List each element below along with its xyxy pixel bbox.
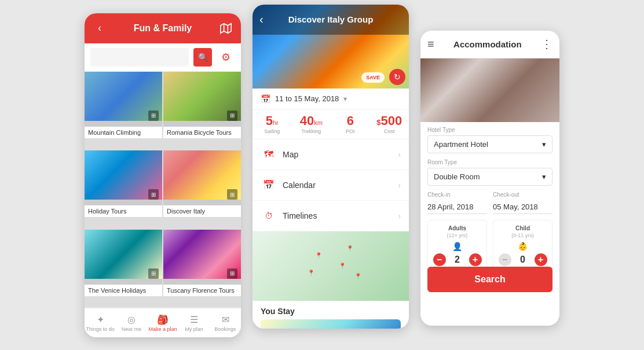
timelines-menu-icon: ⏱ bbox=[261, 208, 277, 224]
hero-image: ‹ Discover Italy Group SAVE ↻ bbox=[253, 5, 409, 89]
bookmark-icon: ⊞ bbox=[227, 189, 237, 200]
chevron-down-icon: ▾ bbox=[542, 140, 546, 149]
bookmark-icon: ⊞ bbox=[227, 268, 237, 279]
child-increment-button[interactable]: + bbox=[535, 253, 547, 266]
stat-num: $500 bbox=[370, 115, 409, 127]
nav-label: Things to do bbox=[86, 326, 115, 332]
item-label: Romania Bicycle Tours bbox=[163, 127, 241, 138]
stat-trekking: 40km Trekking bbox=[292, 115, 331, 134]
nearme-icon: ◎ bbox=[127, 314, 136, 325]
stat-num: 40km bbox=[292, 115, 331, 127]
search-input[interactable] bbox=[90, 48, 189, 67]
stat-sailing: 5hr Sailing bbox=[253, 115, 292, 134]
stat-num: 5hr bbox=[253, 115, 292, 127]
adults-label: Adults bbox=[448, 225, 466, 231]
nav-label: Bookings bbox=[214, 326, 236, 332]
screen1-title: Fun & Family bbox=[108, 23, 218, 34]
map-button[interactable] bbox=[218, 20, 234, 36]
child-counter: Child (0-11 yrs) 👶 − 0 + bbox=[493, 220, 552, 271]
date-row: 📅 11 to 15 May, 2018 ▾ bbox=[253, 89, 409, 110]
save-button[interactable]: SAVE bbox=[361, 72, 385, 83]
back-button[interactable]: ‹ bbox=[259, 13, 264, 26]
menu-item-map[interactable]: 🗺 Map › bbox=[253, 139, 409, 170]
myplan-icon: ☰ bbox=[190, 314, 198, 325]
search-icon[interactable]: 🔍 bbox=[193, 48, 212, 67]
map-pin: 📍 bbox=[308, 270, 314, 276]
things-icon: ✦ bbox=[97, 314, 104, 325]
bookmark-icon: ⊞ bbox=[148, 268, 159, 279]
list-item[interactable]: ⊞ Tuscany Florence Tours bbox=[163, 230, 241, 296]
search-button[interactable]: Search bbox=[427, 267, 552, 292]
chevron-right-icon: › bbox=[398, 180, 401, 190]
map-pin: 📍 bbox=[339, 263, 346, 269]
date-text: 11 to 15 May, 2018 bbox=[275, 94, 339, 103]
date-arrow[interactable]: ▾ bbox=[343, 95, 347, 103]
list-item[interactable]: ⊞ Mountain Climbing bbox=[85, 72, 162, 138]
stat-label: Sailing bbox=[253, 128, 292, 134]
item-label: Holiday Tours bbox=[85, 205, 162, 217]
menu-label: Map bbox=[283, 150, 398, 159]
checkin-label: Check-in bbox=[427, 191, 487, 198]
room-type-value: Double Room bbox=[434, 172, 480, 181]
bookmark-icon: ⊞ bbox=[148, 189, 159, 200]
nav-things-to-do[interactable]: ✦ Things to do bbox=[85, 314, 116, 332]
counter-section: Adults (12+ yrs) 👤 − 2 + Child (0-11 yrs… bbox=[427, 220, 552, 271]
adults-decrement-button[interactable]: − bbox=[433, 253, 446, 266]
child-decrement-button[interactable]: − bbox=[499, 253, 511, 266]
screen1-header: ‹ Fun & Family bbox=[85, 13, 241, 43]
hotel-type-select[interactable]: Apartment Hotel ▾ bbox=[427, 135, 552, 153]
stay-image bbox=[261, 319, 401, 329]
screen3-title: Accommodation bbox=[453, 39, 522, 49]
plan-icon: 🎒 bbox=[157, 314, 169, 325]
menu-label: Timelines bbox=[283, 211, 398, 220]
item-label: The Venice Holidays bbox=[85, 285, 162, 296]
you-stay-label: You Stay bbox=[253, 301, 409, 319]
checkout-value[interactable]: 05 May, 2018 bbox=[493, 200, 552, 214]
nav-label: Make a plan bbox=[148, 326, 177, 332]
stat-label: POI bbox=[331, 128, 370, 134]
nav-make-a-plan[interactable]: 🎒 Make a plan bbox=[147, 314, 178, 332]
bookmark-icon: ⊞ bbox=[148, 110, 159, 121]
child-controls: − 0 + bbox=[499, 253, 547, 266]
refresh-button[interactable]: ↻ bbox=[389, 69, 405, 85]
nav-near-me[interactable]: ◎ Near me bbox=[116, 314, 147, 332]
calendar-menu-icon: 📅 bbox=[261, 177, 277, 193]
nav-my-plan[interactable]: ☰ My plan bbox=[178, 314, 210, 332]
hamburger-menu-icon[interactable]: ≡ bbox=[427, 38, 434, 51]
item-label: Mountain Climbing bbox=[85, 127, 162, 138]
calendar-icon: 📅 bbox=[261, 94, 270, 104]
screen3-phone: ≡ Accommodation ⋮ Hotel Type Apartment H… bbox=[420, 31, 559, 326]
nav-bookings[interactable]: ✉ Bookings bbox=[210, 314, 241, 332]
chevron-right-icon: › bbox=[398, 150, 401, 159]
menu-item-calendar[interactable]: 📅 Calendar › bbox=[253, 170, 409, 201]
svg-marker-0 bbox=[221, 23, 231, 33]
chevron-right-icon: › bbox=[398, 211, 401, 220]
child-label: Child bbox=[515, 225, 530, 231]
menu-item-timelines[interactable]: ⏱ Timelines › bbox=[253, 201, 409, 231]
checkin-value[interactable]: 28 April, 2018 bbox=[427, 200, 487, 214]
stat-poi: 6 POI bbox=[331, 115, 370, 134]
adults-increment-button[interactable]: + bbox=[469, 253, 482, 266]
room-type-select[interactable]: Double Room ▾ bbox=[427, 168, 552, 186]
map-menu-icon: 🗺 bbox=[261, 146, 277, 163]
adults-controls: − 2 + bbox=[433, 253, 482, 266]
search-bar: 🔍 ⚙ bbox=[85, 43, 241, 72]
more-options-icon[interactable]: ⋮ bbox=[541, 37, 552, 51]
stat-label: Cost bbox=[370, 128, 409, 134]
list-item[interactable]: ⊞ Discover Italy bbox=[163, 150, 241, 217]
bookings-icon: ✉ bbox=[222, 314, 229, 325]
checkout-label: Check-out bbox=[493, 191, 552, 198]
list-item[interactable]: ⊞ Romania Bicycle Tours bbox=[163, 72, 241, 138]
tour-grid: ⊞ Mountain Climbing ⊞ Romania Bicycle To… bbox=[85, 72, 241, 308]
room-type-group: Room Type Double Room ▾ bbox=[427, 159, 552, 186]
hotel-type-group: Hotel Type Apartment Hotel ▾ bbox=[427, 127, 552, 153]
bookmark-icon: ⊞ bbox=[227, 110, 237, 121]
back-button[interactable]: ‹ bbox=[92, 20, 108, 36]
menu-label: Calendar bbox=[283, 180, 398, 190]
item-label: Tuscany Florence Tours bbox=[163, 285, 241, 296]
child-sublabel: (0-11 yrs) bbox=[511, 233, 534, 238]
list-item[interactable]: ⊞ Holiday Tours bbox=[85, 150, 162, 217]
list-item[interactable]: ⊞ The Venice Holidays bbox=[85, 230, 162, 296]
filter-icon[interactable]: ⚙ bbox=[217, 48, 235, 67]
hotel-type-label: Hotel Type bbox=[427, 127, 552, 133]
